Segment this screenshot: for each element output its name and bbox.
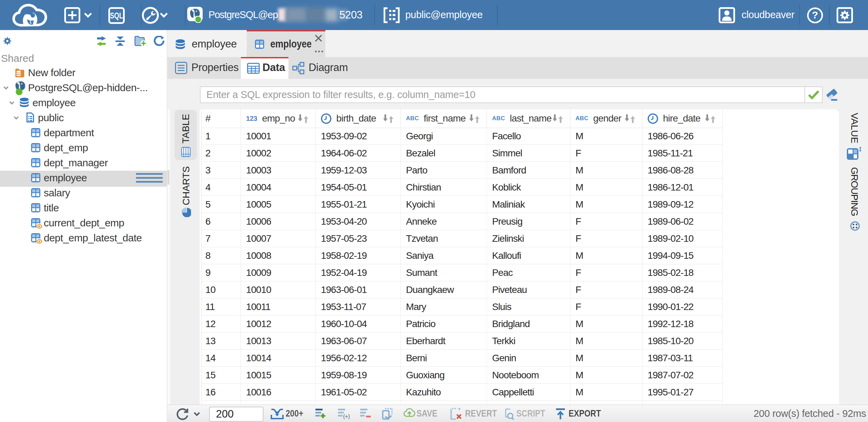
- svg-text:?: ?: [812, 9, 818, 20]
- svg-text:SQL: SQL: [110, 11, 123, 20]
- svg-text:(+): (+): [343, 413, 350, 419]
